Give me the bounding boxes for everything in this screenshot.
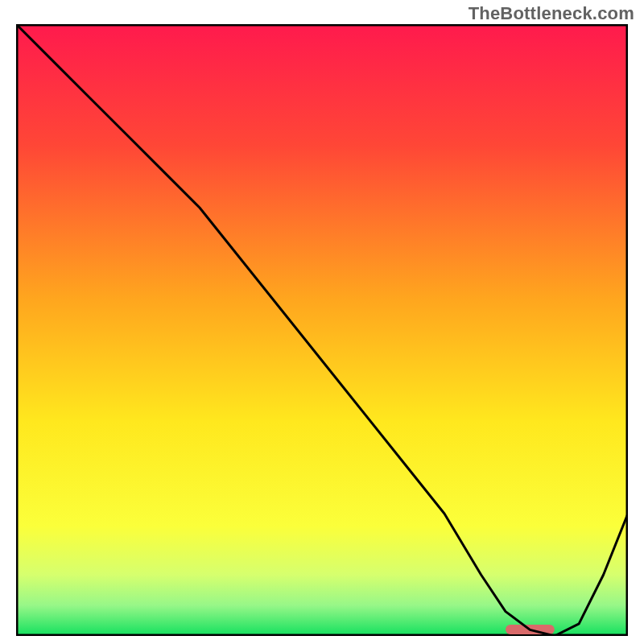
bottleneck-chart <box>16 24 628 636</box>
chart-svg <box>16 24 628 636</box>
watermark-text: TheBottleneck.com <box>469 3 634 24</box>
